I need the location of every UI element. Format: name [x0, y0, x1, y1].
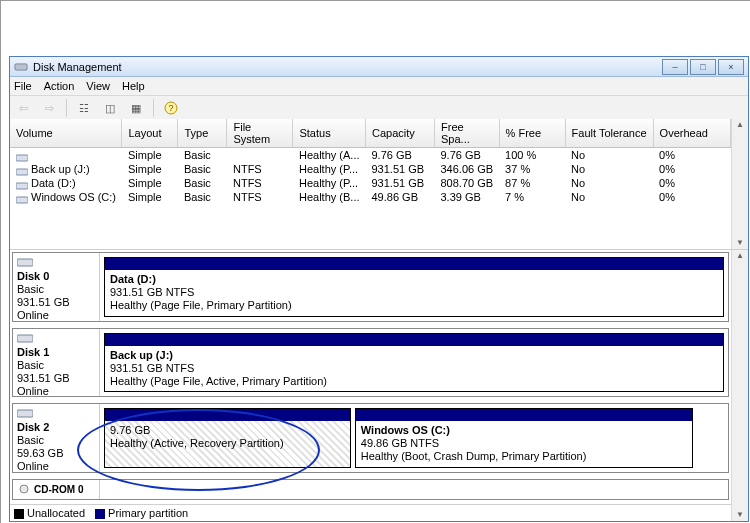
disk-icon	[17, 408, 33, 418]
svg-rect-9	[17, 335, 33, 342]
scrollbar-vertical[interactable]: ▲ ▼	[731, 119, 748, 249]
column-header-filesystem[interactable]: File System	[227, 119, 293, 148]
menu-action[interactable]: Action	[44, 80, 75, 92]
svg-rect-1	[16, 65, 26, 69]
disk-size: 931.51 GB	[17, 372, 95, 384]
toolbar-separator-2	[153, 99, 154, 117]
column-header-freespace[interactable]: Free Spa...	[435, 119, 500, 148]
refresh-icon[interactable]: ▦	[127, 99, 145, 117]
partition-header-bar	[105, 258, 723, 270]
disk-header[interactable]: Disk 1Basic931.51 GBOnline	[13, 329, 100, 397]
table-row[interactable]: Windows OS (C:)SimpleBasicNTFSHealthy (B…	[10, 190, 731, 204]
volume-name: Windows OS (C:)	[31, 191, 116, 203]
disk-state: Online	[17, 385, 95, 397]
partition-status: Healthy (Active, Recovery Partition)	[110, 437, 345, 450]
column-header-volume[interactable]: Volume	[10, 119, 122, 148]
disk-management-window[interactable]: Disk Management – □ × File Action View H…	[9, 56, 749, 522]
partition[interactable]: Windows OS (C:)49.86 GB NTFSHealthy (Boo…	[355, 408, 694, 468]
partition-size: 931.51 GB NTFS	[110, 286, 718, 299]
disk-header[interactable]: Disk 0Basic931.51 GBOnline	[13, 253, 100, 321]
scroll-up-icon[interactable]: ▲	[736, 250, 744, 262]
disk-size: 59.63 GB	[17, 447, 95, 459]
legend-item: Unallocated	[14, 507, 85, 519]
svg-rect-6	[16, 183, 28, 189]
volume-name: Data (D:)	[31, 177, 76, 189]
volume-list-pane[interactable]: VolumeLayoutTypeFile SystemStatusCapacit…	[10, 119, 748, 250]
disk-state: Online	[17, 460, 95, 472]
drive-icon	[16, 152, 28, 161]
svg-rect-10	[17, 410, 33, 417]
scrollbar-vertical-2[interactable]: ▲ ▼	[731, 250, 748, 521]
disk-type: Basic	[17, 434, 95, 446]
window-titlebar[interactable]: Disk Management – □ ×	[10, 57, 748, 77]
disk-state: Online	[17, 309, 95, 321]
toolbar: ⇦ ⇨ ☷ ◫ ▦ ?	[10, 96, 748, 121]
partition-header-bar	[356, 409, 693, 421]
svg-rect-5	[16, 169, 28, 175]
table-row[interactable]: Data (D:)SimpleBasicNTFSHealthy (P...931…	[10, 176, 731, 190]
partition-size: 9.76 GB	[110, 424, 345, 437]
partition-header-bar	[105, 409, 350, 421]
toolbar-separator	[66, 99, 67, 117]
scroll-down-icon[interactable]: ▼	[736, 237, 744, 249]
scroll-down-icon[interactable]: ▼	[736, 509, 744, 521]
menu-file[interactable]: File	[14, 80, 32, 92]
svg-rect-4	[16, 155, 28, 161]
volume-name: Back up (J:)	[31, 163, 90, 175]
partition-title: Windows OS (C:)	[361, 424, 688, 437]
column-header-layout[interactable]: Layout	[122, 119, 178, 148]
disk-type: Basic	[17, 283, 95, 295]
partition-header-bar	[105, 334, 723, 346]
column-header-type[interactable]: Type	[178, 119, 227, 148]
disk-name: Disk 2	[17, 421, 95, 433]
disk-pane[interactable]: Disk 2Basic59.63 GBOnline9.76 GBHealthy …	[12, 403, 729, 473]
maximize-button[interactable]: □	[690, 59, 716, 75]
optical-icon	[17, 484, 33, 494]
disk-icon	[17, 333, 33, 343]
svg-rect-7	[16, 197, 28, 203]
partition-status: Healthy (Boot, Crash Dump, Primary Parti…	[361, 450, 688, 463]
properties-icon[interactable]: ◫	[101, 99, 119, 117]
partition[interactable]: Back up (J:)931.51 GB NTFSHealthy (Page …	[104, 333, 724, 393]
window-title: Disk Management	[33, 61, 660, 73]
column-header-status[interactable]: Status	[293, 119, 366, 148]
menu-bar: File Action View Help	[10, 77, 748, 96]
legend-item: Primary partition	[95, 507, 188, 519]
column-header-fault[interactable]: Fault Tolerance	[565, 119, 653, 148]
table-row[interactable]: Back up (J:)SimpleBasicNTFSHealthy (P...…	[10, 162, 731, 176]
svg-text:?: ?	[168, 103, 173, 113]
drive-icon	[16, 180, 28, 189]
scroll-up-icon[interactable]: ▲	[736, 119, 744, 131]
help-icon[interactable]: ?	[162, 99, 180, 117]
column-header-overhead[interactable]: Overhead	[653, 119, 730, 148]
partition-size: 49.86 GB NTFS	[361, 437, 688, 450]
drive-icon	[16, 194, 28, 203]
menu-help[interactable]: Help	[122, 80, 145, 92]
partition-status: Healthy (Page File, Primary Partition)	[110, 299, 718, 312]
partition-title: Back up (J:)	[110, 349, 718, 362]
graphical-view-pane[interactable]: Disk 0Basic931.51 GBOnlineData (D:)931.5…	[10, 250, 748, 521]
partition[interactable]: 9.76 GBHealthy (Active, Recovery Partiti…	[104, 408, 351, 468]
drive-icon	[16, 166, 28, 175]
column-header-pctfree[interactable]: % Free	[499, 119, 565, 148]
legend-swatch-unallocated	[14, 509, 24, 519]
column-header-capacity[interactable]: Capacity	[366, 119, 435, 148]
disk-pane[interactable]: CD-ROM 0	[12, 479, 729, 500]
disk-icon	[17, 257, 33, 267]
forward-icon: ⇨	[40, 99, 58, 117]
disk-pane[interactable]: Disk 0Basic931.51 GBOnlineData (D:)931.5…	[12, 252, 729, 322]
volume-table[interactable]: VolumeLayoutTypeFile SystemStatusCapacit…	[10, 119, 731, 204]
partition[interactable]: Data (D:)931.51 GB NTFSHealthy (Page Fil…	[104, 257, 724, 317]
menu-view[interactable]: View	[86, 80, 110, 92]
disk-size: 931.51 GB	[17, 296, 95, 308]
minimize-button[interactable]: –	[662, 59, 688, 75]
disk-header[interactable]: Disk 2Basic59.63 GBOnline	[13, 404, 100, 472]
disk-name: CD-ROM 0	[34, 484, 83, 495]
close-button[interactable]: ×	[718, 59, 744, 75]
disk-pane[interactable]: Disk 1Basic931.51 GBOnlineBack up (J:)93…	[12, 328, 729, 398]
legend: UnallocatedPrimary partition	[10, 504, 731, 521]
table-row[interactable]: SimpleBasicHealthy (A...9.76 GB9.76 GB10…	[10, 148, 731, 163]
disk-name: Disk 1	[17, 346, 95, 358]
detail-view-icon[interactable]: ☷	[75, 99, 93, 117]
disk-type: Basic	[17, 359, 95, 371]
